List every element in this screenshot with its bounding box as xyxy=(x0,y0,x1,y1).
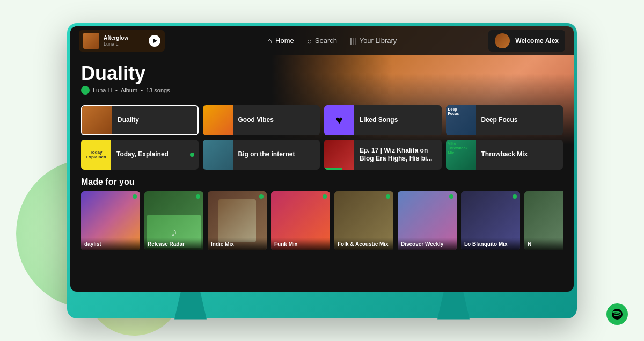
card-thumb-throwback: VlltoThrowbackMix xyxy=(446,140,476,170)
indie-dot xyxy=(259,194,264,199)
card-today-explained[interactable]: TodayExplained Today, Explained xyxy=(81,140,199,170)
card-label-boi: Big on the internet xyxy=(233,150,320,159)
artist-name: Luna Li xyxy=(93,87,112,93)
mfy-card-release-radar[interactable]: ♪ Release Radar xyxy=(144,191,203,250)
card-thumb-deepfocus: DeepFocus xyxy=(446,105,476,135)
meta-separator2: • xyxy=(141,87,143,93)
mfy-card-n[interactable]: N xyxy=(524,191,563,250)
mfy-label-daylist: daylist xyxy=(81,238,140,250)
throwback-inner-label: VlltoThrowbackMix xyxy=(448,142,468,155)
nav-search-label: Search xyxy=(315,37,337,45)
mfy-thumb-loblanquito: Lo Blanquito Mix xyxy=(461,191,520,250)
card-label-liked: Liked Songs xyxy=(354,116,442,125)
card-ep17[interactable]: Ep. 17 | Wiz Khalifa on Blog Era Highs, … xyxy=(324,140,442,170)
card-label-goodvibes: Good Vibes xyxy=(233,116,320,125)
card-thumb-duality xyxy=(82,105,112,135)
mfy-thumb-n: N xyxy=(524,191,563,250)
nav-links: ⌂ Home ⌕ Search ||| Your Library xyxy=(175,36,488,45)
library-icon: ||| xyxy=(350,36,356,45)
nav-home[interactable]: ⌂ Home xyxy=(267,36,294,45)
artist-icon xyxy=(81,86,90,95)
spotify-logo xyxy=(606,303,628,325)
mfy-label-n: N xyxy=(524,238,563,250)
mfy-label-loblanquito: Lo Blanquito Mix xyxy=(461,238,520,250)
card-thumb-boi xyxy=(203,140,233,170)
mfy-label-folk: Folk & Acoustic Mix xyxy=(334,238,393,250)
card-throwback-mix[interactable]: VlltoThrowbackMix Throwback Mix xyxy=(446,140,564,170)
card-liked-songs[interactable]: ♥ Liked Songs xyxy=(324,105,442,135)
nav-library-label: Your Library xyxy=(360,37,397,45)
mfy-card-indie-mix[interactable]: Indie Mix xyxy=(208,191,267,250)
nav-search[interactable]: ⌕ Search xyxy=(307,36,337,45)
card-label-today: Today, Explained xyxy=(111,150,190,159)
mfy-label-funk: Funk Mix xyxy=(271,238,330,250)
card-duality[interactable]: Duality xyxy=(81,105,199,135)
home-icon: ⌂ xyxy=(267,36,272,45)
now-playing-info: Afterglow Luna Li xyxy=(104,35,145,47)
welcome-badge: Welcome Alex xyxy=(488,30,565,52)
mfy-card-loblanquito[interactable]: Lo Blanquito Mix xyxy=(461,191,520,250)
mfy-card-discover[interactable]: Discover Weekly xyxy=(398,191,457,250)
made-for-you-title: Made for you xyxy=(81,177,563,187)
nav-home-label: Home xyxy=(275,37,294,45)
nav-library[interactable]: ||| Your Library xyxy=(350,36,397,45)
cards-grid: Duality Good Vibes ♥ Liked Songs DeepFoc… xyxy=(81,105,563,170)
user-avatar xyxy=(495,33,510,48)
loblanquito-dot xyxy=(513,194,517,199)
mfy-thumb-discover: Discover Weekly xyxy=(398,191,457,250)
now-playing-card[interactable]: Afterglow Luna Li xyxy=(79,30,165,52)
mfy-card-funk-mix[interactable]: Funk Mix xyxy=(271,191,330,250)
card-label-throwback: Throwback Mix xyxy=(476,150,564,159)
funk-dot xyxy=(323,194,327,199)
album-title: Duality xyxy=(81,63,563,84)
today-new-dot xyxy=(190,153,194,157)
mfy-label-release: Release Radar xyxy=(144,238,203,250)
mfy-label-indie: Indie Mix xyxy=(208,238,267,250)
card-thumb-goodvibes xyxy=(203,105,233,135)
deep-focus-inner-label: DeepFocus xyxy=(448,107,459,117)
tv-stand-left xyxy=(174,292,207,320)
mfy-label-discover: Discover Weekly xyxy=(398,238,457,250)
release-radar-dot xyxy=(196,194,200,199)
album-meta: Luna Li • Album • 13 songs xyxy=(81,86,563,95)
episode-progress xyxy=(324,168,342,170)
card-label-ep17: Ep. 17 | Wiz Khalifa on Blog Era Highs, … xyxy=(354,147,442,163)
meta-separator: • xyxy=(115,87,118,93)
main-content: Duality Luna Li • Album • 13 songs Duali… xyxy=(70,55,574,251)
mfy-thumb-daylist: daylist xyxy=(81,191,140,250)
card-thumb-liked: ♥ xyxy=(324,105,354,135)
card-deep-focus[interactable]: DeepFocus Deep Focus xyxy=(446,105,564,135)
song-count: 13 songs xyxy=(146,87,170,93)
card-thumb-today: TodayExplained xyxy=(81,140,111,170)
mfy-thumb-indie: Indie Mix xyxy=(208,191,267,250)
card-label-duality: Duality xyxy=(112,116,197,125)
mfy-thumb-folk: Folk & Acoustic Mix xyxy=(334,191,393,250)
navbar: Afterglow Luna Li ⌂ Home ⌕ Search ||| Yo… xyxy=(70,26,574,55)
search-icon: ⌕ xyxy=(307,36,312,45)
folk-dot xyxy=(386,194,390,199)
mfy-thumb-release: ♪ Release Radar xyxy=(144,191,203,250)
mfy-card-daylist[interactable]: daylist xyxy=(81,191,140,250)
mfy-card-folk[interactable]: Folk & Acoustic Mix xyxy=(334,191,393,250)
now-playing-artist: Luna Li xyxy=(104,41,145,47)
album-type: Album xyxy=(121,87,137,93)
now-playing-title: Afterglow xyxy=(104,35,145,41)
tv-screen: Afterglow Luna Li ⌂ Home ⌕ Search ||| Yo… xyxy=(70,26,574,292)
welcome-text: Welcome Alex xyxy=(515,37,559,45)
mfy-thumb-funk: Funk Mix xyxy=(271,191,330,250)
tv-stand-right xyxy=(437,292,470,320)
discover-dot xyxy=(449,194,453,199)
play-button[interactable] xyxy=(149,35,160,47)
tv-frame: Afterglow Luna Li ⌂ Home ⌕ Search ||| Yo… xyxy=(67,23,577,318)
card-good-vibes[interactable]: Good Vibes xyxy=(203,105,320,135)
svg-point-0 xyxy=(612,309,623,320)
daylist-dot xyxy=(133,194,137,199)
card-label-deepfocus: Deep Focus xyxy=(476,116,564,125)
card-thumb-ep17 xyxy=(324,140,354,170)
now-playing-thumbnail xyxy=(83,33,99,49)
made-for-you-grid: daylist ♪ Release Radar xyxy=(81,191,563,250)
card-big-on-internet[interactable]: Big on the internet xyxy=(203,140,320,170)
